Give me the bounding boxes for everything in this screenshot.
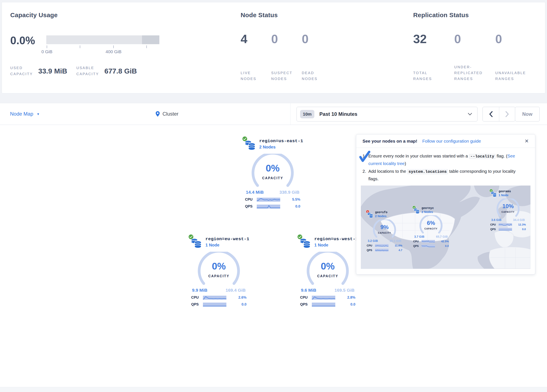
capacity-label: CAPACITY <box>305 274 351 278</box>
map-pin-icon <box>155 111 160 117</box>
toolbar-divider <box>290 103 290 124</box>
capacity-label: CAPACITY <box>495 211 521 213</box>
nodemap-config-popup: See your nodes on a map! Follow our conf… <box>356 134 535 275</box>
qps-label: QPS <box>191 302 201 307</box>
time-shift-back-button[interactable] <box>483 107 499 121</box>
stat-label-line: CAPACITY <box>76 71 99 77</box>
stat-label-line: NODES <box>241 76 271 82</box>
now-button[interactable]: Now <box>515 107 540 121</box>
capacity-bar: 0 GiB 400 GiB <box>46 35 159 44</box>
node-count: 1 Node <box>205 243 252 248</box>
stat-label-line: NODES <box>271 76 302 82</box>
total-capacity: 34.4 GiB <box>513 218 525 221</box>
used-capacity: 3.2 GiB <box>368 239 378 242</box>
stat-value: 0 <box>495 32 536 46</box>
locality-flag-code: --locality <box>469 154 495 159</box>
time-range-badge: 10m <box>300 110 314 118</box>
qps-sparkline <box>422 245 435 247</box>
capacity-gauge: 6% CAPACITY <box>418 215 444 234</box>
used-capacity: 3.7 GiB <box>414 235 424 238</box>
time-range-dropdown[interactable]: 10m Past 10 Minutes <box>297 107 478 121</box>
cpu-value: 5.5% <box>292 198 300 202</box>
cpu-value: 11.0% <box>395 244 402 247</box>
qps-label: QPS <box>490 228 497 231</box>
stat-label-line: RANGES <box>413 76 454 82</box>
capacity-percent-value: 0.0% <box>10 34 46 47</box>
caret-down-icon: ▼ <box>37 112 40 116</box>
capacity-usage-title: Capacity Usage <box>10 12 58 19</box>
close-icon[interactable]: ✕ <box>525 138 529 144</box>
stat-value: 0 <box>271 32 302 46</box>
qps-metric-row: QPS 0.0 <box>490 228 526 231</box>
node-count: 2 Nodes <box>259 145 306 150</box>
region-node-card[interactable]: region=us-east-1 2 Nodes 0% CAPACITY 14.… <box>239 135 306 209</box>
step-text: Ensure every node in your cluster was st… <box>368 153 469 158</box>
stat-label-line: NODES <box>302 76 332 82</box>
instruction-step-2: 2. Add locations to the system.locations… <box>362 168 529 182</box>
total-capacity: 169.4 GiB <box>226 288 246 293</box>
cpu-value: 2.6% <box>238 296 246 300</box>
used-capacity: 3.6 GiB <box>491 218 501 221</box>
breadcrumb[interactable]: Cluster <box>155 103 178 124</box>
capacity-label: CAPACITY <box>250 176 296 180</box>
qps-label: QPS <box>367 249 374 252</box>
stat-label-line: USED <box>10 65 33 71</box>
capacity-percent: 10% <box>495 203 521 210</box>
chevron-down-icon <box>468 113 472 116</box>
cpu-label: CPU <box>300 296 310 300</box>
cluster-summary-card: Capacity Usage 0.0% 0 GiB 400 GiB USED C… <box>2 2 545 93</box>
qps-value: 0.0 <box>295 204 300 209</box>
axis-tick <box>80 45 80 48</box>
capacity-label: CAPACITY <box>418 227 444 230</box>
cpu-label: CPU <box>367 244 374 247</box>
cpu-sparkline <box>312 296 335 300</box>
time-shift-forward-button[interactable] <box>499 107 515 121</box>
stat-label-line: DEAD <box>302 70 332 76</box>
stat-label-line: UNDER- <box>454 64 495 70</box>
stat-label-line: RANGES <box>454 76 495 82</box>
stat-label: UNDER-REPLICATEDRANGES <box>454 64 495 82</box>
region-node-card[interactable]: region=us-west-1 1 Node 0% CAPACITY 9.6 … <box>294 233 361 307</box>
node-count: 1 Node <box>499 193 528 197</box>
locality-label: geo=sfo <box>375 211 404 214</box>
example-map-illustration: 1 geo=sfo 2 Nodes 9% CAPACITY 3.2 GiB 35… <box>361 186 530 269</box>
step-complete-check-icon <box>359 151 370 163</box>
qps-label: QPS <box>413 245 420 248</box>
chevron-right-icon <box>505 111 509 117</box>
used-capacity-stat: USED CAPACITY 33.9 MiB <box>10 65 67 77</box>
qps-value: 0.0 <box>522 228 526 231</box>
cpu-metric-row: CPU 2.8% <box>300 296 356 300</box>
configuration-guide-link[interactable]: Follow our configuration guide <box>422 139 481 144</box>
stat-label: SUSPECTNODES <box>271 70 302 82</box>
total-capacity: 169.5 GiB <box>335 288 355 293</box>
qps-metric-row: QPS 0.0 <box>413 244 449 248</box>
view-selector-dropdown[interactable]: Node Map ▼ <box>10 103 40 124</box>
capacity-gauge: 9% CAPACITY <box>372 220 397 238</box>
stat-label-line: CAPACITY <box>10 71 33 77</box>
popup-body: 1. Ensure every node in your cluster was… <box>356 148 535 182</box>
database-stack-icon <box>491 191 497 198</box>
qps-sparkline <box>257 205 280 209</box>
capacity-gauge: 0% CAPACITY <box>250 154 296 187</box>
qps-sparkline <box>375 249 389 252</box>
used-capacity-value: 33.9 MiB <box>38 67 67 75</box>
instruction-step-1: 1. Ensure every node in your cluster was… <box>362 152 529 167</box>
stat-cell: 32TOTALRANGES <box>413 32 454 82</box>
step-text: flag. ( <box>495 153 507 158</box>
database-stack-icon <box>414 208 420 215</box>
stat-cell: 0UNDER-REPLICATEDRANGES <box>454 32 495 82</box>
axis-tick <box>113 45 114 48</box>
region-node-card[interactable]: region=eu-west-1 1 Node 0% CAPACITY 9.9 … <box>185 233 252 307</box>
breadcrumb-label: Cluster <box>163 111 178 117</box>
cpu-value: 2.8% <box>347 296 356 300</box>
used-capacity: 9.9 MiB <box>192 288 207 293</box>
qps-sparkline <box>203 303 226 307</box>
capacity-percent: 0% <box>305 261 351 272</box>
qps-label: QPS <box>300 302 310 307</box>
capacity-bar-reserved-segment <box>142 35 159 44</box>
total-capacity: 65.7 GiB <box>436 235 448 238</box>
qps-metric-row: QPS 0.0 <box>300 302 356 307</box>
capacity-usage-section: Capacity Usage 0.0% 0 GiB 400 GiB USED C… <box>10 2 232 93</box>
stat-cell: 0SUSPECTNODES <box>271 32 302 82</box>
cpu-sparkline <box>375 244 389 247</box>
